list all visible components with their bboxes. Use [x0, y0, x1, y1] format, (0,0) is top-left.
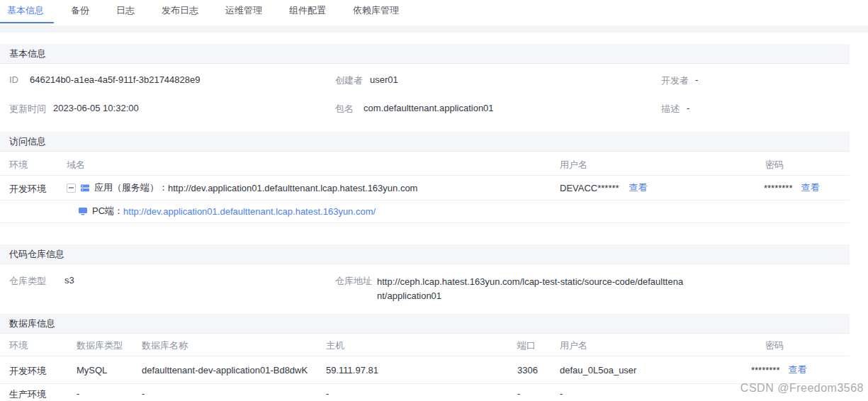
- db-row2-type: -: [77, 388, 79, 399]
- table-divider: [0, 356, 850, 356]
- tab-release-logs[interactable]: 发布日志: [162, 0, 198, 23]
- access-row-username-cell: DEVACC****** 查看: [560, 181, 648, 195]
- db-col-env: 环境: [9, 339, 28, 352]
- table-divider: [0, 222, 850, 223]
- app-detail-page: 基本信息 备份 日志 发布日志 运维管理 组件配置 依赖库管理 基本信息 ID …: [0, 0, 868, 401]
- section-header-basic-info: 基本信息: [0, 44, 850, 64]
- access-row-domain-cell: 应用（服务端）： http://dev.application01.defaul…: [67, 181, 417, 195]
- description-value: -: [687, 103, 689, 113]
- db-row-password-cell: ******** 查看: [751, 363, 806, 377]
- view-username-link[interactable]: 查看: [629, 181, 648, 194]
- active-tab-indicator: [0, 22, 54, 23]
- pc-label: PC端：: [92, 205, 123, 218]
- access-row-password-cell: ******** 查看: [764, 181, 819, 195]
- tab-ops-management[interactable]: 运维管理: [225, 0, 262, 23]
- tab-component-config[interactable]: 组件配置: [289, 0, 326, 23]
- access-col-env: 环境: [9, 159, 28, 171]
- package-value: com.defaulttenant.application01: [363, 103, 494, 113]
- db-row-port: 3306: [517, 365, 538, 375]
- access-col-password: 密码: [765, 159, 784, 171]
- repo-addr-label: 仓库地址: [335, 275, 372, 288]
- db-row2-username: -: [560, 388, 563, 399]
- db-row-name: defaulttenant-dev-application01-Bd8dwK: [142, 365, 308, 375]
- updated-time-value: 2023-06-05 10:32:00: [53, 103, 139, 113]
- db-row-env: 开发环境: [9, 365, 46, 378]
- section-header-repo-info: 代码仓库信息: [0, 244, 850, 264]
- db-row-host: 59.111.97.81: [326, 365, 378, 375]
- view-password-link[interactable]: 查看: [801, 181, 819, 194]
- access-row-env: 开发环境: [9, 183, 46, 196]
- package-label: 包名: [335, 103, 354, 115]
- password-masked: ********: [764, 183, 792, 193]
- username-masked: DEVACC******: [560, 183, 619, 193]
- app-server-label: 应用（服务端）：: [94, 181, 168, 194]
- access-row-pc-cell: PC端： http://dev.application01.defaultten…: [78, 204, 376, 218]
- table-divider: [0, 383, 850, 384]
- db-col-host: 主机: [326, 339, 344, 352]
- developer-label: 开发者: [661, 74, 689, 87]
- db-col-type: 数据库类型: [77, 339, 123, 352]
- access-col-domain: 域名: [67, 159, 85, 171]
- db-row2-env: 生产环境: [9, 388, 46, 401]
- divider-strip: [0, 26, 868, 33]
- db-col-password: 密码: [765, 339, 784, 352]
- repo-type-label: 仓库类型: [9, 275, 46, 288]
- tab-logs[interactable]: 日志: [116, 0, 135, 23]
- minus-square-icon[interactable]: [67, 183, 76, 193]
- db-col-port: 端口: [517, 339, 536, 352]
- access-col-username: 用户名: [560, 159, 587, 171]
- creator-value: user01: [370, 74, 398, 85]
- section-header-access-info: 访问信息: [0, 132, 850, 152]
- tab-backup[interactable]: 备份: [71, 0, 89, 23]
- tab-basic-info[interactable]: 基本信息: [7, 0, 44, 23]
- table-divider: [0, 175, 850, 176]
- db-row2-host: -: [326, 388, 329, 399]
- watermark: CSDN @Freedom3568: [740, 382, 864, 395]
- id-label: ID: [9, 74, 18, 85]
- monitor-icon: [78, 207, 88, 215]
- section-header-database-info: 数据库信息: [0, 314, 850, 334]
- db-row2-port: -: [517, 388, 520, 399]
- tab-bar: 基本信息 备份 日志 发布日志 运维管理 组件配置 依赖库管理: [0, 0, 868, 23]
- db-row-type: MySQL: [77, 365, 107, 375]
- pc-url-link[interactable]: http://dev.application01.defaulttenant.l…: [123, 206, 376, 217]
- repo-addr-value: http://ceph.lcap.hatest.163yun.com/lcap-…: [377, 275, 684, 303]
- server-icon: [80, 183, 90, 193]
- db-row-username: defau_0L5oa_user: [560, 365, 636, 375]
- repo-type-value: s3: [64, 275, 74, 286]
- db-password-masked: ********: [751, 365, 779, 375]
- id-value: 646214b0-a1ea-4a5f-911f-3b21744828e9: [30, 74, 200, 85]
- developer-value: -: [695, 74, 698, 85]
- app-server-url: http://dev.application01.defaulttenant.l…: [168, 183, 417, 193]
- view-db-password-link[interactable]: 查看: [788, 363, 806, 376]
- db-row2-name: -: [142, 388, 145, 399]
- db-col-username: 用户名: [560, 339, 587, 352]
- description-label: 描述: [661, 103, 680, 115]
- creator-label: 创建者: [335, 74, 363, 87]
- updated-time-label: 更新时间: [9, 103, 46, 115]
- tab-dependency-mgmt[interactable]: 依赖库管理: [353, 0, 399, 23]
- db-col-name: 数据库名称: [142, 339, 188, 352]
- table-divider: [0, 200, 850, 200]
